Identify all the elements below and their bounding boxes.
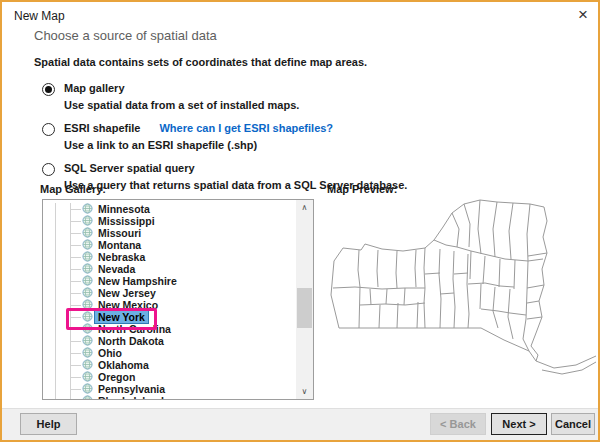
globe-icon (82, 335, 93, 346)
tree-connector (70, 353, 81, 354)
gallery-item-label[interactable]: New Jersey (95, 287, 159, 299)
tree-connector (70, 377, 81, 378)
globe-icon (82, 347, 93, 358)
gallery-item-label[interactable]: Pennsylvania (95, 383, 168, 395)
option-label[interactable]: Map gallery (64, 82, 299, 95)
globe-icon (82, 287, 93, 298)
gallery-item[interactable]: North Dakota (43, 335, 296, 347)
globe-icon (82, 275, 93, 286)
globe-icon (82, 239, 93, 250)
tree-connector (70, 305, 81, 306)
map-gallery-tree: Minnesota Mississippi Missouri (42, 199, 314, 400)
scrollbar[interactable]: ∧ ∨ (296, 200, 313, 399)
globe-icon (82, 299, 93, 310)
globe-icon (82, 371, 93, 382)
gallery-item-label[interactable]: New York (95, 311, 148, 323)
radio-esri-shapefile[interactable] (42, 123, 55, 136)
tree-connector (70, 233, 81, 234)
globe-icon (82, 395, 93, 399)
titlebar: New Map × (2, 2, 598, 28)
gallery-item[interactable]: Minnesota (43, 203, 296, 215)
window-title: New Map (14, 9, 65, 23)
map-gallery-label: Map Gallery: (40, 183, 106, 195)
scrollbar-thumb[interactable] (297, 288, 312, 328)
back-button[interactable]: < Back (430, 413, 486, 435)
gallery-item[interactable]: North Carolina (43, 323, 296, 335)
gallery-item-label[interactable]: Rhode Island (95, 395, 167, 399)
page-title: Choose a source of spatial data (34, 28, 217, 43)
gallery-item-label[interactable]: North Carolina (95, 323, 174, 335)
tree-connector (70, 209, 81, 210)
globe-icon (82, 263, 93, 274)
map-preview (330, 198, 598, 406)
globe-icon (82, 323, 93, 334)
intro-text: Spatial data contains sets of coordinate… (34, 56, 367, 68)
gallery-item[interactable]: Pennsylvania (43, 383, 296, 395)
gallery-item[interactable]: Missouri (43, 227, 296, 239)
globe-icon (82, 203, 93, 214)
gallery-item[interactable]: Oklahoma (43, 359, 296, 371)
gallery-item[interactable]: New York (43, 311, 296, 323)
gallery-item[interactable]: Oregon (43, 371, 296, 383)
option-description: Use a link to an ESRI shapefile (.shp) (64, 139, 333, 152)
gallery-item-label[interactable]: Mississippi (95, 215, 158, 227)
tree-connector (70, 329, 81, 330)
cancel-button[interactable]: Cancel (551, 413, 595, 435)
gallery-item-label[interactable]: Oregon (95, 371, 138, 383)
tree-connector (70, 317, 81, 318)
gallery-item[interactable]: Nebraska (43, 251, 296, 263)
globe-icon (82, 359, 93, 370)
gallery-rows: Minnesota Mississippi Missouri (43, 203, 296, 399)
globe-icon (82, 227, 93, 238)
gallery-item[interactable]: Rhode Island (43, 395, 296, 399)
gallery-item-label[interactable]: Ohio (95, 347, 125, 359)
gallery-item[interactable]: Nevada (43, 263, 296, 275)
gallery-item[interactable]: Mississippi (43, 215, 296, 227)
gallery-item[interactable]: New Mexico (43, 299, 296, 311)
tree-connector (70, 293, 81, 294)
gallery-item-label[interactable]: Minnesota (95, 203, 153, 215)
tree-connector (70, 365, 81, 366)
tree-connector (70, 221, 81, 222)
option-label[interactable]: ESRI shapefile (64, 122, 140, 134)
gallery-item[interactable]: Montana (43, 239, 296, 251)
gallery-item-label[interactable]: Nebraska (95, 251, 148, 263)
footer-bar: Help < Back Next > Cancel (2, 408, 598, 440)
gallery-item[interactable]: New Hampshire (43, 275, 296, 287)
globe-icon (82, 251, 93, 262)
tree-connector (70, 269, 81, 270)
tree-connector (70, 341, 81, 342)
globe-icon (82, 311, 93, 322)
gallery-item-label[interactable]: North Dakota (95, 335, 167, 347)
option-description: Use spatial data from a set of installed… (64, 99, 299, 112)
option-map-gallery: Map gallery Use spatial data from a set … (42, 82, 407, 112)
globe-icon (82, 383, 93, 394)
scroll-up-icon[interactable]: ∧ (296, 200, 313, 215)
tree-connector (70, 389, 81, 390)
gallery-item-label[interactable]: Missouri (95, 227, 144, 239)
gallery-item-label[interactable]: Montana (95, 239, 144, 251)
new-map-dialog: New Map × Choose a source of spatial dat… (0, 0, 600, 442)
radio-map-gallery[interactable] (42, 83, 55, 96)
next-button[interactable]: Next > (491, 413, 547, 435)
gallery-item-label[interactable]: New Hampshire (95, 275, 180, 287)
map-preview-label: Map Preview: (327, 183, 397, 195)
gallery-item-label[interactable]: Nevada (95, 263, 138, 275)
globe-icon (82, 215, 93, 226)
gallery-item[interactable]: Ohio (43, 347, 296, 359)
gallery-item-label[interactable]: New Mexico (95, 299, 161, 311)
radio-sql-spatial-query[interactable] (42, 163, 55, 176)
help-button[interactable]: Help (20, 413, 77, 435)
option-esri-shapefile: ESRI shapefile Where can I get ESRI shap… (42, 122, 407, 152)
new-york-counties-map (330, 198, 598, 406)
scroll-down-icon[interactable]: ∨ (296, 384, 313, 399)
close-icon[interactable]: × (578, 4, 588, 26)
tree-connector (70, 281, 81, 282)
gallery-item-label[interactable]: Oklahoma (95, 359, 152, 371)
option-label[interactable]: SQL Server spatial query (64, 162, 407, 175)
tree-connector (70, 245, 81, 246)
tree-connector (70, 257, 81, 258)
esri-shapefiles-link[interactable]: Where can I get ESRI shapefiles? (159, 122, 333, 134)
gallery-item[interactable]: New Jersey (43, 287, 296, 299)
